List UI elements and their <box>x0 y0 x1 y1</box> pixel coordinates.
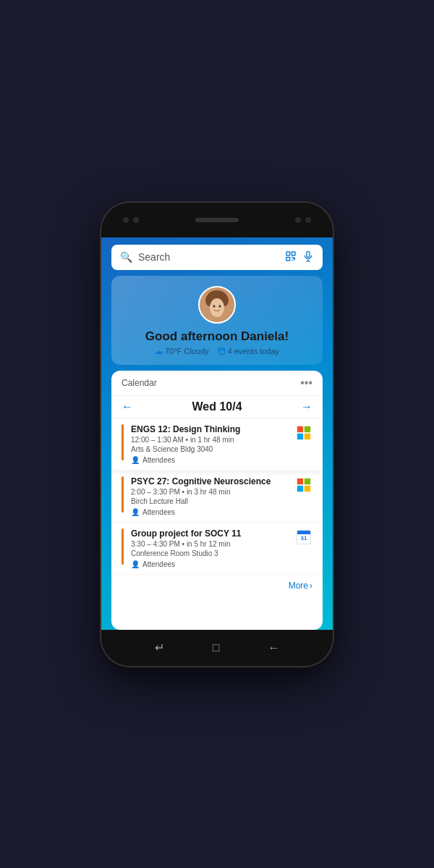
event-item[interactable]: Group project for SOCY 11 3:30 – 4:30 PM… <box>111 523 323 575</box>
weather-icon: ☁ <box>155 347 163 356</box>
attendees-icon: 👤 <box>131 456 140 464</box>
svg-rect-22 <box>305 485 310 491</box>
event-item[interactable]: ENGS 12: Design Thinking 12:00 – 1:30 AM… <box>111 418 323 471</box>
mic-button[interactable] <box>302 250 314 264</box>
attendees-label: Attendees <box>142 560 175 568</box>
more-label: More <box>289 581 308 591</box>
events-list: ENGS 12: Design Thinking 12:00 – 1:30 AM… <box>111 418 323 630</box>
sensor-dot-3 <box>305 217 311 223</box>
svg-rect-0 <box>286 252 290 256</box>
event-title: ENGS 12: Design Thinking <box>131 424 289 434</box>
event-location: Conference Room Studio 3 <box>131 549 289 557</box>
scan-button[interactable] <box>285 250 297 264</box>
attendees-icon: 👤 <box>131 508 140 516</box>
event-title: Group project for SOCY 11 <box>131 528 289 539</box>
event-content: ENGS 12: Design Thinking 12:00 – 1:30 AM… <box>131 424 289 464</box>
phone-sensors <box>123 217 139 223</box>
event-title: PSYC 27: Cognitive Neuroscience <box>131 476 289 486</box>
svg-point-9 <box>213 305 216 308</box>
more-arrow: › <box>310 581 312 591</box>
date-navigation: ← Wed 10/4 → <box>111 396 323 418</box>
svg-rect-17 <box>297 433 303 439</box>
recent-button[interactable]: ← <box>268 641 279 654</box>
phone-sensors-right <box>295 217 311 223</box>
weather-text: 70°F Cloudy <box>165 347 209 355</box>
office-app-icon-2 <box>297 476 312 492</box>
phone-screen: 🔍 Search <box>101 237 333 630</box>
events-info: 4 events today <box>218 347 280 356</box>
office-app-icon <box>297 424 312 440</box>
event-location: Birch Lecture Hall <box>131 497 289 505</box>
search-bar[interactable]: 🔍 Search <box>111 245 323 270</box>
prev-date-button[interactable]: ← <box>122 400 133 413</box>
gcal-app-icon: 31 <box>297 528 312 544</box>
event-attendees[interactable]: 👤 Attendees <box>131 560 289 568</box>
svg-point-10 <box>219 305 221 308</box>
phone-bottom-bar: ↵ □ ← <box>101 630 333 666</box>
search-actions <box>285 250 314 264</box>
svg-rect-19 <box>297 478 303 484</box>
greeting-card: Good afternoon Daniela! ☁ 70°F Cloudy 4 … <box>111 276 323 365</box>
event-attendees[interactable]: 👤 Attendees <box>131 508 289 516</box>
search-placeholder[interactable]: Search <box>138 251 279 263</box>
calendar-menu-button[interactable]: ••• <box>300 376 312 389</box>
event-time: 3:30 – 4:30 PM • in 5 hr 12 min <box>131 540 289 548</box>
sensor-dot-2 <box>133 217 139 223</box>
svg-rect-2 <box>286 257 290 261</box>
svg-rect-18 <box>305 433 310 439</box>
more-button[interactable]: More › <box>289 581 312 591</box>
event-time: 2:00 – 3:30 PM • in 3 hr 48 min <box>131 488 289 496</box>
weather-info: ☁ 70°F Cloudy <box>155 347 209 356</box>
event-location: Arts & Science Bldg 3040 <box>131 445 289 453</box>
calendar-label: Calendar <box>122 378 157 388</box>
event-attendees[interactable]: 👤 Attendees <box>131 456 289 464</box>
svg-rect-3 <box>307 251 310 257</box>
svg-rect-15 <box>297 426 303 431</box>
event-bar <box>122 424 124 460</box>
event-content: Group project for SOCY 11 3:30 – 4:30 PM… <box>131 528 289 568</box>
event-content: PSYC 27: Cognitive Neuroscience 2:00 – 3… <box>131 476 289 516</box>
more-row: More › <box>111 575 323 597</box>
phone-speaker <box>195 218 239 222</box>
svg-rect-11 <box>218 347 224 353</box>
event-bar <box>122 528 124 565</box>
event-time: 12:00 – 1:30 AM • in 1 hr 48 min <box>131 436 289 444</box>
svg-rect-1 <box>292 252 295 256</box>
phone-device: 🔍 Search <box>101 203 333 666</box>
greeting-title: Good afternoon Daniela! <box>123 329 311 344</box>
calendar-header: Calendar ••• <box>111 371 323 396</box>
greeting-meta: ☁ 70°F Cloudy 4 events today <box>123 347 311 356</box>
search-icon: 🔍 <box>120 251 132 263</box>
svg-rect-21 <box>297 485 303 491</box>
svg-rect-20 <box>305 478 310 484</box>
front-camera <box>295 217 301 223</box>
avatar <box>198 286 236 324</box>
phone-top-bar <box>101 203 333 237</box>
event-item[interactable]: PSYC 27: Cognitive Neuroscience 2:00 – 3… <box>111 471 323 523</box>
calendar-card: Calendar ••• ← Wed 10/4 → ENGS 12: Desig… <box>111 371 323 630</box>
attendees-label: Attendees <box>142 456 175 464</box>
current-date: Wed 10/4 <box>192 400 242 413</box>
home-button[interactable]: □ <box>213 641 220 654</box>
svg-rect-16 <box>305 426 310 431</box>
back-button[interactable]: ↵ <box>155 641 164 654</box>
sensor-dot <box>123 217 129 223</box>
next-date-button[interactable]: → <box>301 400 312 413</box>
svg-point-8 <box>210 298 224 317</box>
attendees-label: Attendees <box>142 508 175 516</box>
calendar-meta-icon <box>218 347 226 356</box>
events-count-text: 4 events today <box>228 347 280 355</box>
attendees-icon: 👤 <box>131 560 140 568</box>
event-bar <box>122 476 124 513</box>
